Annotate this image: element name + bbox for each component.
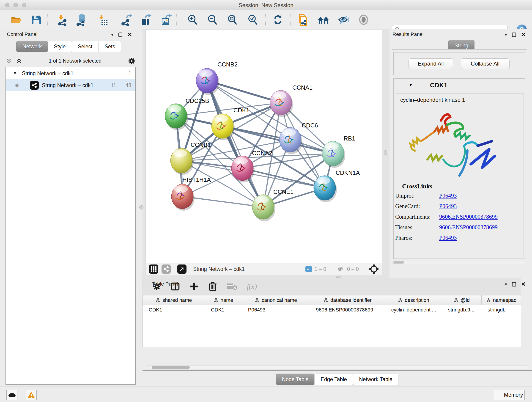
column-header-name[interactable]: name — [205, 295, 242, 305]
expand-all-button[interactable]: Expand All — [409, 58, 453, 69]
network-row[interactable]: String Network – cdk1 11 48 — [6, 79, 135, 91]
zoom-in-button[interactable] — [186, 13, 199, 26]
tab-sets[interactable]: Sets — [98, 41, 121, 52]
import-network-from-file-button[interactable] — [56, 13, 68, 26]
tab-node-table[interactable]: Node Table — [276, 374, 315, 385]
left-splitter-handle[interactable] — [139, 205, 143, 210]
node-label-CCNE1: CCNE1 — [273, 188, 293, 195]
column-header-shared-name[interactable]: shared name — [143, 295, 205, 305]
crosslink-link[interactable]: P06493 — [439, 192, 457, 203]
memory-button[interactable]: Memory — [494, 390, 525, 400]
collapse-all-button[interactable]: Collapse All — [461, 58, 510, 69]
table-cell[interactable]: 9606.ENSP00000378699 — [310, 305, 385, 315]
zoom-out-button[interactable] — [206, 13, 219, 26]
export-network-button[interactable] — [120, 13, 133, 26]
panel-collapse-icon[interactable]: ▾ — [111, 32, 114, 37]
panel-collapse-icon[interactable]: ▾ — [505, 281, 507, 287]
hidden-eye-slash-icon[interactable] — [336, 266, 344, 273]
gene-details: cyclin–dependent kinase 1 — [395, 93, 524, 257]
hide-panels-button[interactable] — [337, 13, 350, 26]
panel-collapse-icon[interactable]: ▾ — [505, 32, 507, 37]
node-CCNB2[interactable]: CCNB2 — [196, 61, 238, 95]
node-label-CCNB2: CCNB2 — [217, 61, 238, 68]
collapse-all-icon[interactable] — [6, 57, 12, 64]
column-header-description[interactable]: description — [385, 295, 442, 305]
zoom-fit-button[interactable] — [226, 13, 239, 26]
clone-view-button[interactable] — [297, 13, 309, 26]
results-hscrollbar[interactable] — [393, 261, 525, 264]
table-cell[interactable]: P06493 — [242, 305, 310, 315]
panel-float-icon[interactable] — [512, 282, 516, 287]
network-view-button[interactable] — [162, 264, 171, 274]
tab-network-table[interactable]: Network Table — [353, 374, 399, 385]
tree-expander-icon[interactable]: ▼ — [13, 71, 17, 76]
detach-view-button[interactable] — [177, 264, 186, 274]
column-type-icon — [323, 298, 328, 303]
edge-CCNB2-CCNE1[interactable] — [207, 81, 263, 207]
expand-all-icon[interactable] — [16, 57, 22, 64]
add-column-icon[interactable] — [190, 282, 199, 291]
network-status-dot — [15, 84, 19, 87]
update-view-button[interactable] — [272, 13, 284, 26]
table-cell[interactable]: stringdb — [481, 305, 521, 315]
table-hscrollbar-thumb[interactable] — [152, 366, 190, 369]
tab-network[interactable]: Network — [16, 41, 48, 52]
network-graph[interactable]: CCNB2CCNA1CDC25BCDK1CDC6RB1CCNB1CCNA2CDK… — [146, 30, 382, 263]
panel-close-icon[interactable]: ✕ — [521, 32, 526, 38]
panel-close-icon[interactable]: ✕ — [521, 281, 526, 287]
show-panels-button[interactable] — [357, 13, 370, 26]
gene-section-header[interactable]: ▼ CDK1 — [394, 79, 525, 92]
gray-sphere-icon — [358, 14, 369, 25]
table-cell[interactable]: CDK1 — [143, 305, 205, 315]
crosslink-link[interactable]: P06493 — [439, 235, 457, 245]
column-header-@id[interactable]: @id — [442, 295, 481, 305]
node-label-CCNB1: CCNB1 — [191, 141, 211, 148]
crosslink-link[interactable]: 9606.ENSP00000378699 — [439, 214, 498, 224]
import-network-from-database-button[interactable] — [75, 13, 88, 26]
control-panel-title: Control Panel — [7, 32, 37, 37]
tab-select[interactable]: Select — [72, 41, 99, 52]
zoom-selected-button[interactable] — [247, 13, 259, 26]
import-table-from-file-button[interactable] — [96, 13, 109, 26]
open-session-button[interactable] — [10, 13, 22, 26]
node-CDKN1A[interactable]: CDKN1A — [314, 169, 360, 202]
crosslink-link[interactable]: 9606.ENSP00000378699 — [439, 224, 498, 235]
node-HIST1H1A[interactable]: HIST1H1A — [171, 176, 211, 211]
section-expander-icon[interactable]: ▼ — [409, 83, 413, 88]
panel-float-icon[interactable] — [512, 32, 516, 37]
network-options-gear-icon[interactable] — [128, 57, 136, 65]
crosslink-link[interactable]: P06493 — [439, 203, 457, 214]
string-protein-query-button[interactable] — [317, 13, 329, 26]
control-panel: Control Panel ▾ ✕ NetworkStyleSelectSets… — [0, 29, 143, 386]
column-header-namespac[interactable]: namespac — [481, 295, 521, 305]
tab-edge-table[interactable]: Edge Table — [314, 374, 353, 385]
delete-columns-trash-icon[interactable] — [208, 282, 217, 291]
export-table-button[interactable] — [140, 13, 152, 26]
table-hscrollbar[interactable] — [148, 365, 527, 370]
table-cell[interactable]: cyclin–dependent ... — [385, 305, 442, 315]
column-header-canonical-name[interactable]: canonical name — [242, 295, 310, 305]
panel-float-icon[interactable] — [119, 32, 122, 37]
network-collection-row[interactable]: ▼ String Network – cdk1 1 — [6, 67, 135, 79]
table-cell[interactable]: stringdb:9... — [442, 305, 481, 315]
table-cell[interactable]: CDK1 — [205, 305, 242, 315]
node-RB1[interactable]: RB1 — [322, 135, 355, 168]
export-image-button[interactable] — [160, 13, 172, 26]
delete-table-icon[interactable] — [227, 283, 237, 290]
warning-status-button[interactable] — [26, 390, 37, 400]
cloud-status-button[interactable] — [6, 390, 17, 400]
panel-close-icon[interactable]: ✕ — [127, 32, 132, 38]
node-CCNE1[interactable]: CCNE1 — [252, 188, 293, 221]
tab-style[interactable]: Style — [48, 41, 72, 52]
function-builder-icon[interactable]: f(x) — [247, 282, 257, 291]
birds-eye-view-icon[interactable] — [369, 264, 379, 274]
grid-view-button[interactable] — [149, 264, 158, 274]
save-session-button[interactable] — [30, 13, 42, 26]
column-header-database-identifier[interactable]: database identifier — [310, 295, 385, 305]
node-CDC6[interactable]: CDC6 — [279, 122, 318, 154]
results-hscrollbar-thumb[interactable] — [394, 261, 404, 264]
right-splitter-handle[interactable] — [384, 150, 387, 155]
selected-checkbox-icon[interactable]: ✓ — [305, 266, 312, 272]
network-canvas[interactable]: CCNB2CCNA1CDC25BCDK1CDC6RB1CCNB1CCNA2CDK… — [145, 30, 382, 263]
table-row[interactable]: CDK1CDK1P064939606.ENSP00000378699cyclin… — [143, 305, 521, 315]
